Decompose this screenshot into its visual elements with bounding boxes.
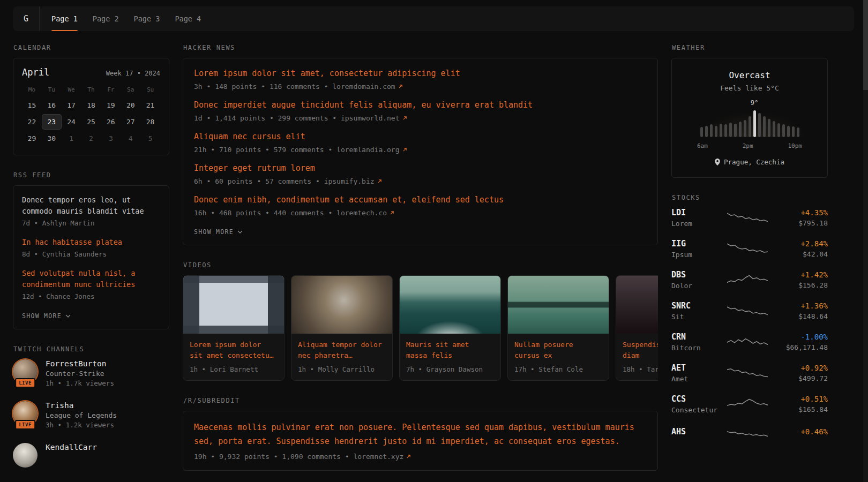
channel-meta: 1h • 1.7k viewers bbox=[46, 379, 114, 387]
hn-story-source[interactable]: loremtech.co bbox=[336, 209, 394, 217]
hn-story-source[interactable]: loremlandia.org bbox=[336, 146, 407, 154]
calendar-day[interactable]: 1 bbox=[62, 131, 81, 146]
subreddit-post-source[interactable]: loremnet.xyz bbox=[353, 453, 411, 461]
rss-item-title[interactable]: In hac habitasse platea bbox=[22, 237, 160, 248]
hn-story-meta: 6h • 60 points • 57 comments • ipsumify.… bbox=[194, 177, 647, 185]
page-tab[interactable]: Page 3 bbox=[126, 6, 168, 31]
hn-story-source[interactable]: loremdomain.com bbox=[332, 82, 402, 91]
video-meta: 18h • Tara bbox=[623, 365, 658, 373]
stock-row[interactable]: CRN Bitcorn -1.00% $66,171.48 bbox=[671, 332, 828, 352]
calendar-day[interactable]: 18 bbox=[81, 97, 101, 113]
chevron-down-icon bbox=[237, 230, 243, 234]
stock-symbol: AHS bbox=[671, 427, 724, 436]
calendar-day[interactable]: 22 bbox=[22, 114, 42, 130]
weather-bar bbox=[777, 123, 780, 137]
page-scrollbar-thumb[interactable] bbox=[863, 0, 868, 90]
rss-item-meta: 12d • Chance Jones bbox=[22, 292, 160, 300]
rss-item-title[interactable]: Sed volutpat nulla nisl, a condimentum n… bbox=[22, 268, 160, 290]
calendar-day[interactable]: 19 bbox=[101, 97, 121, 113]
hn-story-domain: loremdomain.com bbox=[332, 82, 395, 91]
calendar-day[interactable]: 21 bbox=[140, 97, 160, 113]
rss-show-more-button[interactable]: SHOW MORE bbox=[22, 312, 71, 320]
stock-id: SNRC Sit bbox=[671, 301, 724, 321]
page-scrollbar-track[interactable] bbox=[863, 0, 868, 482]
video-card-row: Lorem ipsum dolor sit amet consectetu… 1… bbox=[183, 275, 658, 381]
twitch-channel[interactable]: LIVE Trisha League of Legends 3h • 1.2k … bbox=[13, 401, 169, 429]
hn-story-title[interactable]: Donec imperdiet augue tincidunt felis al… bbox=[194, 100, 533, 111]
calendar-day[interactable]: 25 bbox=[81, 114, 101, 130]
weather-hour-bar bbox=[749, 116, 751, 137]
video-card[interactable]: Lorem ipsum dolor sit amet consectetu… 1… bbox=[183, 275, 285, 381]
weather-bar bbox=[729, 123, 732, 137]
stock-price: $42.04 bbox=[771, 250, 828, 258]
page-tab[interactable]: Page 4 bbox=[167, 6, 208, 31]
rss-item-meta: 7d • Ashlyn Martin bbox=[22, 219, 160, 227]
rss-item-title[interactable]: Donec tempor eros leo, ut commodo mauris… bbox=[22, 194, 160, 217]
stock-row[interactable]: AHS +0.46% bbox=[671, 425, 828, 440]
video-title[interactable]: Suspendisse diam bbox=[623, 340, 658, 362]
video-title[interactable]: Mauris sit amet massa felis bbox=[406, 340, 494, 362]
video-card[interactable]: Aliquam tempor dolor nec pharetra… 1h • … bbox=[291, 275, 393, 381]
page-tab[interactable]: Page 2 bbox=[85, 6, 126, 31]
calendar-day[interactable]: 23 bbox=[42, 114, 62, 130]
video-card[interactable]: Mauris sit amet massa felis 7h • Grayson… bbox=[399, 275, 501, 381]
calendar-day[interactable]: 28 bbox=[140, 114, 160, 130]
channel-name[interactable]: ForrestBurton bbox=[46, 359, 114, 368]
stock-row[interactable]: AET Amet +0.92% $499.72 bbox=[671, 363, 828, 383]
video-card[interactable]: Nullam posuere cursus ex 17h • Stefan Co… bbox=[507, 275, 609, 381]
video-title[interactable]: Aliquam tempor dolor nec pharetra… bbox=[298, 340, 386, 362]
calendar-day[interactable]: 20 bbox=[121, 97, 140, 113]
calendar-day[interactable]: 15 bbox=[22, 97, 42, 113]
calendar-day[interactable]: 30 bbox=[42, 131, 62, 146]
calendar-day[interactable]: 17 bbox=[62, 97, 81, 113]
calendar-day[interactable]: 16 bbox=[42, 97, 62, 113]
stock-row[interactable]: CCS Consectetur +0.51% $165.84 bbox=[671, 394, 828, 414]
hn-story-source[interactable]: ipsumify.biz bbox=[324, 177, 382, 185]
video-card[interactable]: Suspendisse diam 18h • Tara bbox=[616, 275, 658, 381]
stock-row[interactable]: DBS Dolor +1.42% $156.28 bbox=[671, 270, 828, 290]
hn-story-title[interactable]: Donec enim nibh, condimentum et accumsan… bbox=[194, 194, 504, 206]
calendar-day[interactable]: 27 bbox=[121, 114, 140, 130]
hn-story-domain: loremtech.co bbox=[336, 209, 387, 217]
stock-sparkline bbox=[727, 304, 768, 319]
channel-name[interactable]: Trisha bbox=[46, 401, 117, 410]
calendar-week-label: Week 17 • 2024 bbox=[106, 70, 160, 77]
calendar-day[interactable]: 5 bbox=[140, 131, 160, 146]
video-title[interactable]: Lorem ipsum dolor sit amet consectetu… bbox=[190, 340, 278, 362]
calendar-day[interactable]: 4 bbox=[121, 131, 140, 146]
stock-row[interactable]: SNRC Sit +1.36% $148.64 bbox=[671, 301, 828, 321]
stock-id: LDI Lorem bbox=[671, 208, 724, 228]
stock-row[interactable]: IIG Ipsum +2.84% $42.04 bbox=[671, 239, 828, 259]
video-title[interactable]: Nullam posuere cursus ex bbox=[514, 340, 602, 362]
channel-name[interactable]: KendallCarr bbox=[46, 443, 97, 451]
weather-hour-bar bbox=[700, 127, 703, 137]
twitch-channel[interactable]: KendallCarr bbox=[13, 443, 169, 468]
stock-row[interactable]: LDI Lorem +4.35% $795.18 bbox=[671, 208, 828, 228]
subreddit-post-title[interactable]: Maecenas mollis pulvinar erat non posuer… bbox=[194, 421, 647, 448]
hn-story-title[interactable]: Aliquam nec cursus elit bbox=[194, 131, 305, 142]
app-logo[interactable]: G bbox=[24, 6, 40, 31]
calendar-day[interactable]: 26 bbox=[101, 114, 121, 130]
hn-story-title[interactable]: Integer eget rutrum lorem bbox=[194, 163, 315, 174]
weather-condition: Overcast bbox=[680, 70, 819, 80]
stock-change: +0.51% bbox=[771, 395, 828, 403]
weather-bar bbox=[787, 126, 790, 137]
channel-avatar-wrap: LIVE bbox=[13, 359, 38, 384]
hn-section-title: HACKER NEWS bbox=[183, 44, 658, 51]
hn-story-title[interactable]: Lorem ipsum dolor sit amet, consectetur … bbox=[194, 68, 460, 79]
calendar-day[interactable]: 24 bbox=[62, 114, 81, 130]
weather-bar bbox=[734, 124, 737, 137]
weather-location[interactable]: Prague, Czechia bbox=[715, 158, 784, 166]
weather-hour-bar bbox=[797, 127, 799, 137]
stock-price: $499.72 bbox=[771, 374, 828, 382]
hn-story-domain: ipsumify.biz bbox=[324, 177, 375, 185]
twitch-channel[interactable]: LIVE ForrestBurton Counter-Strike 1h • 1… bbox=[13, 359, 169, 387]
weather-time-label: 2pm bbox=[743, 142, 753, 149]
hn-show-more-button[interactable]: SHOW MORE bbox=[194, 228, 243, 236]
calendar-day[interactable]: 3 bbox=[101, 131, 121, 146]
calendar-day[interactable]: 29 bbox=[22, 131, 42, 146]
hn-story-source[interactable]: ipsumworld.net bbox=[341, 114, 407, 122]
page-tab[interactable]: Page 1 bbox=[44, 6, 85, 31]
calendar-day[interactable]: 2 bbox=[81, 131, 101, 146]
stock-price: $165.84 bbox=[771, 405, 828, 413]
